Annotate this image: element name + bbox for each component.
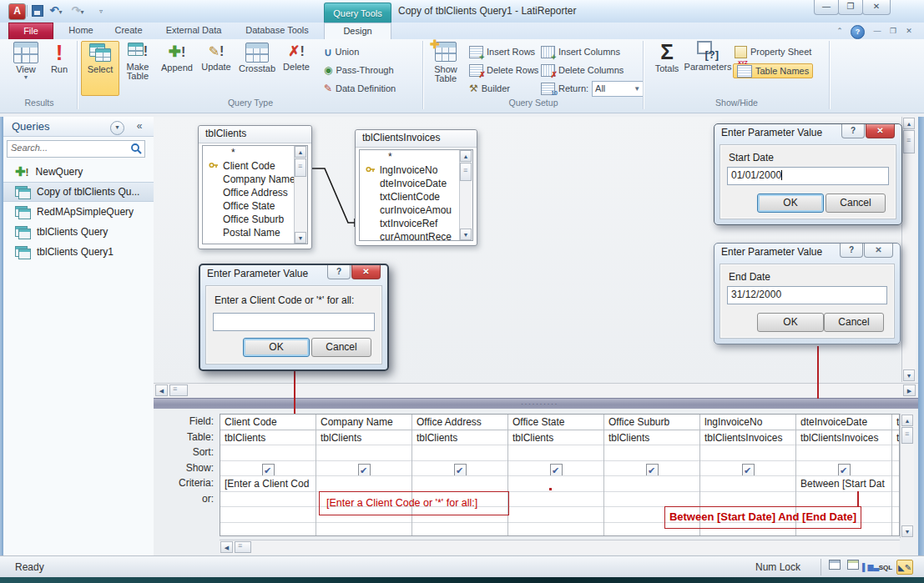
nav-pane-menu-button[interactable]: ▼ — [110, 121, 124, 135]
field-row[interactable]: Office State — [203, 199, 307, 213]
dialog-help-button[interactable]: ? — [840, 244, 863, 258]
show-cell[interactable] — [700, 461, 795, 477]
undo-button[interactable]: ↶▾ — [48, 3, 63, 18]
dialog-help-button[interactable]: ? — [327, 265, 351, 279]
grid-column-office-state[interactable]: Office State tblClients — [508, 415, 604, 535]
scrollbar-thumb[interactable] — [901, 427, 913, 444]
show-checkbox[interactable] — [358, 464, 371, 476]
return-combobox[interactable]: All▼ — [592, 81, 644, 97]
criteria-cell[interactable] — [508, 476, 603, 492]
field-row[interactable]: * — [203, 146, 307, 159]
append-button[interactable]: ✚! Append — [158, 41, 196, 94]
search-input[interactable]: Search... — [7, 140, 145, 158]
field-row[interactable]: dteInvoiceDate — [360, 177, 472, 190]
table-names-button[interactable]: Table Names — [733, 63, 813, 78]
table-box-tblclientsinvoices[interactable]: tblClientsInvoices * lngInvoiceNo dteInv… — [355, 129, 477, 246]
show-cell[interactable] — [796, 461, 891, 477]
delete-rows-button[interactable]: ✗ Delete Rows — [469, 63, 538, 77]
pivottable-view-button[interactable] — [845, 560, 861, 575]
run-button[interactable]: ! Run — [45, 42, 73, 93]
nav-item-copy-of-tblclients[interactable]: Copy of tblClients Qu... — [3, 182, 154, 202]
empty-cell[interactable] — [892, 507, 900, 523]
scroll-down-icon[interactable]: ▼ — [901, 525, 913, 537]
field-cell[interactable]: dteInvoiceDate — [796, 415, 891, 430]
update-button[interactable]: ✎! Update — [198, 41, 235, 94]
nav-item-redmapsimplequery[interactable]: RedMApSimpleQuery — [3, 202, 154, 222]
table-cell[interactable]: tblClientsInvoices — [700, 430, 795, 446]
field-cell[interactable]: Office Suburb — [604, 415, 699, 430]
show-cell[interactable] — [316, 461, 412, 477]
show-checkbox[interactable] — [262, 464, 275, 476]
show-checkbox[interactable] — [838, 464, 851, 476]
empty-cell[interactable] — [892, 523, 900, 537]
restore-window-button[interactable]: ❐ — [838, 0, 863, 15]
scroll-down-icon[interactable]: ▼ — [295, 232, 306, 244]
scroll-up-icon[interactable]: ▲ — [460, 150, 472, 162]
sort-cell[interactable] — [508, 445, 603, 461]
tab-external-data[interactable]: External Data — [155, 23, 232, 39]
close-db-window-button[interactable]: ✕ — [902, 25, 916, 38]
dialog-close-button[interactable]: ✕ — [864, 244, 893, 258]
tab-database-tools[interactable]: Database Tools — [235, 23, 319, 39]
table-cell[interactable]: tblClients — [220, 430, 316, 446]
empty-cell[interactable] — [220, 507, 316, 523]
nav-item-tblclients-query1[interactable]: tblClients Query1 — [3, 242, 154, 262]
field-row[interactable]: Company Name — [203, 173, 307, 186]
nav-item-newquery[interactable]: ✚! NewQuery — [3, 162, 154, 182]
criteria-cell[interactable] — [412, 476, 507, 492]
scrollbar-thumb[interactable] — [460, 163, 472, 181]
table-cell[interactable]: tblClients — [412, 430, 507, 446]
cancel-button[interactable]: Cancel — [824, 313, 884, 332]
criteria-cell[interactable]: Between [Start Dat — [796, 476, 891, 492]
grid-scrollbar-horizontal[interactable]: ◀ — [220, 540, 900, 555]
redo-button[interactable]: ↷▾ — [70, 3, 85, 18]
table-cell[interactable]: tblClients — [316, 430, 412, 446]
or-cell[interactable] — [604, 492, 699, 508]
criteria-cell[interactable] — [316, 476, 412, 492]
field-cell[interactable]: Company Name — [316, 415, 412, 430]
view-button[interactable]: View ▼ — [10, 42, 42, 93]
restore-db-window-button[interactable]: ❐ — [886, 25, 900, 38]
nav-pane-title[interactable]: Queries — [3, 117, 154, 137]
property-sheet-button[interactable]: Property Sheet — [735, 45, 811, 58]
crosstab-button[interactable]: Crosstab — [236, 41, 278, 94]
parameter-value-input[interactable]: 01/01/2000 — [727, 167, 889, 185]
parameter-value-input[interactable] — [213, 313, 375, 331]
field-row[interactable]: txtClientCode — [360, 190, 472, 204]
grid-column-client-code[interactable]: Client Code tblClients [Enter a Client C… — [220, 415, 316, 535]
table-cell[interactable]: tblClients — [604, 430, 699, 446]
show-checkbox[interactable] — [742, 464, 755, 476]
show-checkbox[interactable] — [550, 464, 563, 476]
field-row[interactable]: Office Suburb — [203, 213, 307, 226]
empty-cell[interactable] — [412, 523, 507, 537]
field-cell[interactable]: Office State — [508, 415, 603, 430]
customize-qat-button[interactable]: ▿ — [93, 3, 109, 18]
scroll-up-icon[interactable]: ▲ — [295, 146, 306, 158]
or-cell[interactable] — [796, 492, 891, 508]
show-cell[interactable] — [412, 461, 507, 477]
field-row[interactable]: Postal Name — [203, 226, 307, 239]
field-row[interactable]: curAmountRece — [360, 230, 472, 241]
field-row[interactable]: lngInvoiceNo — [360, 163, 472, 177]
cancel-button[interactable]: Cancel — [826, 193, 886, 213]
scrollbar-vertical[interactable]: ▲ ▼ — [459, 150, 472, 240]
sort-cell[interactable] — [700, 445, 795, 461]
dialog-enter-parameter-end-date[interactable]: Enter Parameter Value ? ✕ End Date 31/12… — [714, 243, 901, 344]
grid-scrollbar-vertical[interactable]: ▲ ▼ — [900, 414, 914, 538]
empty-cell[interactable] — [508, 523, 603, 537]
tab-home[interactable]: Home — [60, 23, 102, 39]
criteria-cell[interactable] — [892, 476, 900, 492]
ok-button[interactable]: OK — [757, 313, 824, 332]
field-row[interactable]: txtInvoiceRef — [360, 217, 472, 230]
empty-cell[interactable] — [316, 523, 412, 537]
or-cell[interactable] — [220, 492, 316, 508]
scrollbar-thumb[interactable] — [903, 130, 915, 153]
design-scrollbar-vertical[interactable]: ▲ ▼ — [901, 117, 916, 382]
show-cell[interactable] — [508, 461, 603, 477]
sql-view-button[interactable]: SQL — [876, 560, 896, 575]
delete-button[interactable]: ✗! Delete — [279, 41, 314, 94]
scroll-up-icon[interactable]: ▲ — [903, 118, 915, 129]
criteria-cell[interactable]: [Enter a Client Cod — [220, 476, 316, 492]
tab-create[interactable]: Create — [107, 23, 150, 39]
parameter-value-input[interactable]: 31/12/2000 — [727, 286, 887, 304]
